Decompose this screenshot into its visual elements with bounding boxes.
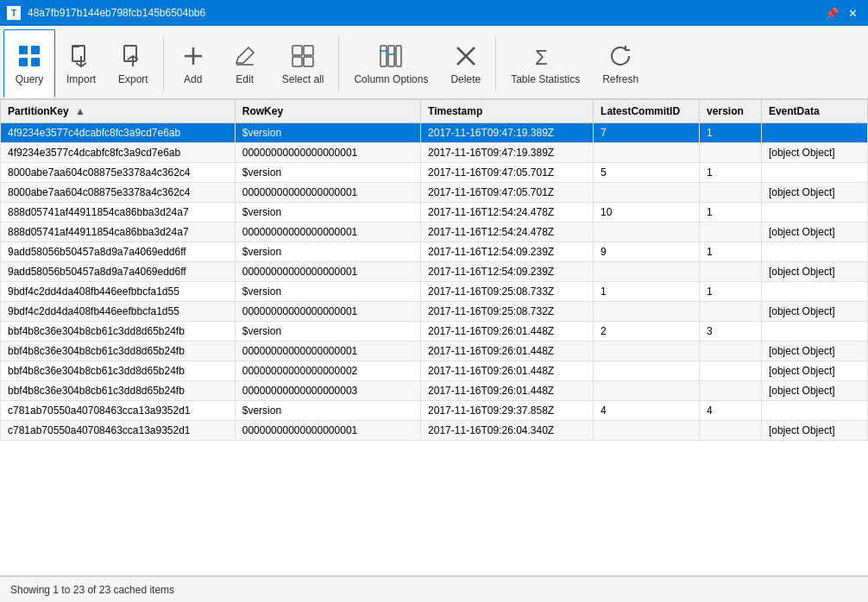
table-cell-ts: 2017-11-16T09:26:01.448Z (421, 361, 594, 381)
table-cell-ts: 2017-11-16T09:25:08.732Z (421, 302, 594, 322)
table-row[interactable]: 888d05741af44911854ca86bba3d24a700000000… (1, 223, 868, 242)
table-cell-ver (700, 381, 762, 401)
col-header-rk[interactable]: RowKey (235, 100, 420, 123)
table-container[interactable]: PartitionKey ▲ RowKey Timestamp LatestCo… (0, 99, 868, 576)
table-cell-ver: 1 (700, 163, 762, 183)
table-cell-lcid: 5 (594, 163, 700, 183)
table-cell-ed (761, 401, 867, 421)
select-all-label: Select all (282, 73, 324, 85)
refresh-button[interactable]: Refresh (591, 29, 650, 98)
edit-button[interactable]: Edit (219, 29, 271, 98)
table-row[interactable]: 888d05741af44911854ca86bba3d24a7$version… (1, 203, 868, 223)
table-row[interactable]: 8000abe7aa604c08875e3378a4c362c400000000… (1, 183, 868, 203)
close-button[interactable]: ✕ (844, 4, 861, 22)
table-row[interactable]: 9add58056b50457a8d9a7a4069edd6ff$version… (1, 242, 868, 262)
table-cell-ed: [object Object] (761, 381, 867, 401)
app-icon: T (7, 6, 21, 20)
table-row[interactable]: 9bdf4c2dd4da408fb446eefbbcfa1d55$version… (1, 282, 868, 302)
col-header-ed[interactable]: EventData (761, 100, 867, 123)
table-cell-rk: $version (235, 163, 420, 183)
table-cell-rk: 00000000000000000001 (235, 183, 420, 203)
table-row[interactable]: bbf4b8c36e304b8cb61c3dd8d65b24fb00000000… (1, 361, 868, 381)
pin-button[interactable]: 📌 (823, 4, 840, 22)
table-cell-ed: [object Object] (761, 421, 867, 441)
sort-arrow-pk: ▲ (75, 105, 85, 117)
import-button[interactable]: Import (55, 29, 107, 98)
table-cell-rk: 00000000000000000001 (235, 223, 420, 242)
table-cell-pk: c781ab70550a40708463cca13a9352d1 (1, 401, 236, 421)
table-row[interactable]: 9add58056b50457a8d9a7a4069edd6ff00000000… (1, 262, 868, 282)
table-cell-ver (700, 143, 762, 163)
table-cell-lcid: 9 (594, 242, 700, 262)
add-button[interactable]: Add (167, 29, 219, 98)
col-header-lcid[interactable]: LatestCommitID (594, 100, 700, 123)
col-header-ts[interactable]: Timestamp (421, 100, 594, 123)
table-cell-pk: bbf4b8c36e304b8cb61c3dd8d65b24fb (1, 322, 236, 342)
table-row[interactable]: bbf4b8c36e304b8cb61c3dd8d65b24fb00000000… (1, 342, 868, 361)
svg-rect-3 (31, 58, 40, 66)
table-cell-ed (761, 163, 867, 183)
table-cell-ts: 2017-11-16T09:47:19.389Z (421, 123, 594, 143)
svg-rect-11 (304, 46, 313, 55)
column-options-button[interactable]: Column Options (343, 29, 439, 98)
table-row[interactable]: c781ab70550a40708463cca13a9352d1$version… (1, 401, 868, 421)
select-all-button[interactable]: Select all (271, 29, 336, 98)
table-header: PartitionKey ▲ RowKey Timestamp LatestCo… (1, 100, 868, 123)
title-bar-title: 48a7fb917b144eb798fcb145b6504bb6 (28, 7, 823, 19)
table-cell-ts: 2017-11-16T09:26:01.448Z (421, 322, 594, 342)
table-cell-pk: 4f9234e3577c4dcabfc8fc3a9cd7e6ab (1, 123, 236, 143)
table-cell-pk: 888d05741af44911854ca86bba3d24a7 (1, 223, 236, 242)
table-statistics-icon: Σ (531, 42, 559, 70)
svg-rect-4 (72, 46, 85, 61)
title-bar-controls: 📌 ✕ (823, 4, 861, 22)
table-row[interactable]: 4f9234e3577c4dcabfc8fc3a9cd7e6ab00000000… (1, 143, 868, 163)
table-cell-lcid: 10 (594, 203, 700, 223)
table-cell-lcid: 4 (594, 401, 700, 421)
table-cell-lcid (594, 183, 700, 203)
delete-icon (452, 42, 480, 70)
table-row[interactable]: 8000abe7aa604c08875e3378a4c362c4$version… (1, 163, 868, 183)
column-options-label: Column Options (354, 73, 428, 85)
table-cell-lcid (594, 361, 700, 381)
table-cell-rk: 00000000000000000003 (235, 381, 420, 401)
table-cell-ver (700, 223, 762, 242)
col-header-pk[interactable]: PartitionKey ▲ (1, 100, 236, 123)
export-button[interactable]: Export (107, 29, 160, 98)
table-statistics-button[interactable]: Σ Table Statistics (500, 29, 591, 98)
table-cell-pk: bbf4b8c36e304b8cb61c3dd8d65b24fb (1, 342, 236, 361)
edit-label: Edit (236, 73, 254, 85)
delete-button[interactable]: Delete (439, 29, 492, 98)
table-cell-rk: $version (235, 401, 420, 421)
table-cell-pk: bbf4b8c36e304b8cb61c3dd8d65b24fb (1, 361, 236, 381)
table-row[interactable]: c781ab70550a40708463cca13a9352d100000000… (1, 421, 868, 441)
table-cell-ver: 1 (700, 282, 762, 302)
table-row[interactable]: 9bdf4c2dd4da408fb446eefbbcfa1d5500000000… (1, 302, 868, 322)
svg-rect-6 (124, 46, 136, 61)
query-button[interactable]: Query (3, 29, 55, 98)
export-label: Export (118, 73, 148, 85)
table-cell-rk: $version (235, 282, 420, 302)
table-row[interactable]: 4f9234e3577c4dcabfc8fc3a9cd7e6ab$version… (1, 123, 868, 143)
select-all-icon (289, 42, 317, 70)
table-cell-rk: $version (235, 123, 420, 143)
add-icon (179, 42, 207, 70)
table-cell-pk: 888d05741af44911854ca86bba3d24a7 (1, 203, 236, 223)
col-header-ver[interactable]: version (700, 100, 762, 123)
table-cell-rk: 00000000000000000001 (235, 342, 420, 361)
table-cell-ver (700, 183, 762, 203)
import-label: Import (66, 73, 96, 85)
table-cell-ver: 1 (700, 123, 762, 143)
table-cell-pk: 4f9234e3577c4dcabfc8fc3a9cd7e6ab (1, 143, 236, 163)
table-row[interactable]: bbf4b8c36e304b8cb61c3dd8d65b24fb$version… (1, 322, 868, 342)
table-cell-ed (761, 322, 867, 342)
table-cell-lcid (594, 143, 700, 163)
table-cell-ver (700, 262, 762, 282)
import-icon (67, 42, 95, 70)
table-cell-ver: 1 (700, 242, 762, 262)
table-row[interactable]: bbf4b8c36e304b8cb61c3dd8d65b24fb00000000… (1, 381, 868, 401)
table-cell-rk: $version (235, 322, 420, 342)
table-cell-ed: [object Object] (761, 143, 867, 163)
table-cell-ver (700, 342, 762, 361)
svg-rect-5 (72, 46, 79, 47)
status-bar: Showing 1 to 23 of 23 cached items (0, 576, 868, 602)
